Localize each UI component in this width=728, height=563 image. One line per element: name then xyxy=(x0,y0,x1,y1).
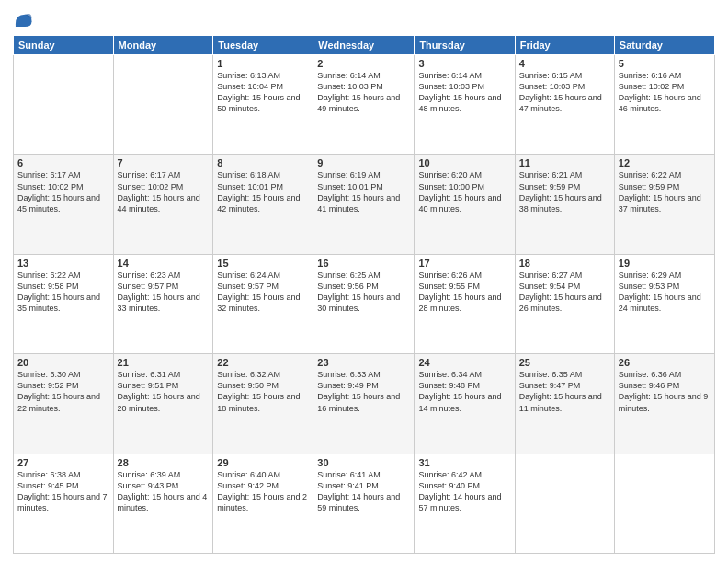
day-info: Sunrise: 6:36 AM Sunset: 9:46 PM Dayligh… xyxy=(619,369,711,414)
page: SundayMondayTuesdayWednesdayThursdayFrid… xyxy=(0,0,728,563)
day-number: 28 xyxy=(118,457,210,468)
weekday-header-wednesday: Wednesday xyxy=(313,36,415,55)
day-number: 27 xyxy=(17,457,109,468)
week-row-1: 6Sunrise: 6:17 AM Sunset: 10:02 PM Dayli… xyxy=(14,155,715,254)
day-info: Sunrise: 6:31 AM Sunset: 9:51 PM Dayligh… xyxy=(118,369,210,414)
day-number: 24 xyxy=(418,357,510,368)
calendar-cell: 1Sunrise: 6:13 AM Sunset: 10:04 PM Dayli… xyxy=(213,55,313,155)
calendar-cell: 22Sunrise: 6:32 AM Sunset: 9:50 PM Dayli… xyxy=(213,354,313,454)
calendar-cell: 8Sunrise: 6:18 AM Sunset: 10:01 PM Dayli… xyxy=(213,155,313,254)
day-number: 6 xyxy=(17,157,109,168)
day-info: Sunrise: 6:39 AM Sunset: 9:43 PM Dayligh… xyxy=(118,469,210,514)
day-number: 18 xyxy=(519,258,610,269)
calendar-cell: 6Sunrise: 6:17 AM Sunset: 10:02 PM Dayli… xyxy=(14,155,114,254)
day-info: Sunrise: 6:14 AM Sunset: 10:03 PM Daylig… xyxy=(317,70,410,115)
day-info: Sunrise: 6:23 AM Sunset: 9:57 PM Dayligh… xyxy=(118,270,210,315)
day-info: Sunrise: 6:21 AM Sunset: 9:59 PM Dayligh… xyxy=(519,169,610,214)
calendar-cell: 20Sunrise: 6:30 AM Sunset: 9:52 PM Dayli… xyxy=(14,354,114,454)
week-row-2: 13Sunrise: 6:22 AM Sunset: 9:58 PM Dayli… xyxy=(14,254,715,353)
calendar-cell: 9Sunrise: 6:19 AM Sunset: 10:01 PM Dayli… xyxy=(313,155,415,254)
weekday-header-thursday: Thursday xyxy=(415,36,515,55)
calendar-cell: 18Sunrise: 6:27 AM Sunset: 9:54 PM Dayli… xyxy=(515,254,614,353)
day-number: 21 xyxy=(118,357,210,368)
calendar-cell xyxy=(14,55,114,155)
logo-icon xyxy=(13,9,33,29)
day-number: 30 xyxy=(317,457,410,468)
day-info: Sunrise: 6:20 AM Sunset: 10:00 PM Daylig… xyxy=(418,169,510,214)
day-number: 31 xyxy=(418,457,510,468)
calendar-cell: 14Sunrise: 6:23 AM Sunset: 9:57 PM Dayli… xyxy=(113,254,213,353)
day-info: Sunrise: 6:41 AM Sunset: 9:41 PM Dayligh… xyxy=(317,469,410,514)
calendar-cell: 15Sunrise: 6:24 AM Sunset: 9:57 PM Dayli… xyxy=(213,254,313,353)
day-number: 12 xyxy=(619,157,711,168)
calendar-cell: 30Sunrise: 6:41 AM Sunset: 9:41 PM Dayli… xyxy=(313,454,415,553)
day-info: Sunrise: 6:35 AM Sunset: 9:47 PM Dayligh… xyxy=(519,369,610,414)
day-info: Sunrise: 6:33 AM Sunset: 9:49 PM Dayligh… xyxy=(317,369,410,414)
day-number: 23 xyxy=(317,357,410,368)
day-info: Sunrise: 6:34 AM Sunset: 9:48 PM Dayligh… xyxy=(418,369,510,414)
day-info: Sunrise: 6:13 AM Sunset: 10:04 PM Daylig… xyxy=(217,70,309,115)
day-info: Sunrise: 6:42 AM Sunset: 9:40 PM Dayligh… xyxy=(418,469,510,514)
calendar-cell: 23Sunrise: 6:33 AM Sunset: 9:49 PM Dayli… xyxy=(313,354,415,454)
day-info: Sunrise: 6:32 AM Sunset: 9:50 PM Dayligh… xyxy=(217,369,309,414)
weekday-header-saturday: Saturday xyxy=(614,36,714,55)
calendar-cell: 26Sunrise: 6:36 AM Sunset: 9:46 PM Dayli… xyxy=(614,354,714,454)
day-info: Sunrise: 6:22 AM Sunset: 9:58 PM Dayligh… xyxy=(17,270,109,315)
logo xyxy=(13,9,35,29)
weekday-header-tuesday: Tuesday xyxy=(213,36,313,55)
day-number: 7 xyxy=(118,157,210,168)
day-number: 4 xyxy=(519,58,610,69)
header xyxy=(13,9,715,29)
day-number: 13 xyxy=(17,258,109,269)
day-number: 20 xyxy=(17,357,109,368)
day-info: Sunrise: 6:27 AM Sunset: 9:54 PM Dayligh… xyxy=(519,270,610,315)
day-number: 5 xyxy=(619,58,711,69)
calendar-cell: 25Sunrise: 6:35 AM Sunset: 9:47 PM Dayli… xyxy=(515,354,614,454)
calendar-cell: 12Sunrise: 6:22 AM Sunset: 9:59 PM Dayli… xyxy=(614,155,714,254)
day-number: 15 xyxy=(217,258,309,269)
calendar-cell xyxy=(614,454,714,553)
calendar-cell: 10Sunrise: 6:20 AM Sunset: 10:00 PM Dayl… xyxy=(415,155,515,254)
day-info: Sunrise: 6:24 AM Sunset: 9:57 PM Dayligh… xyxy=(217,270,309,315)
calendar-cell xyxy=(113,55,213,155)
day-number: 16 xyxy=(317,258,410,269)
day-number: 8 xyxy=(217,157,309,168)
day-info: Sunrise: 6:18 AM Sunset: 10:01 PM Daylig… xyxy=(217,169,309,214)
calendar-cell xyxy=(515,454,614,553)
calendar-cell: 31Sunrise: 6:42 AM Sunset: 9:40 PM Dayli… xyxy=(415,454,515,553)
calendar-cell: 27Sunrise: 6:38 AM Sunset: 9:45 PM Dayli… xyxy=(14,454,114,553)
day-number: 3 xyxy=(418,58,510,69)
weekday-header-friday: Friday xyxy=(515,36,614,55)
calendar-cell: 16Sunrise: 6:25 AM Sunset: 9:56 PM Dayli… xyxy=(313,254,415,353)
calendar-cell: 5Sunrise: 6:16 AM Sunset: 10:02 PM Dayli… xyxy=(614,55,714,155)
week-row-3: 20Sunrise: 6:30 AM Sunset: 9:52 PM Dayli… xyxy=(14,354,715,454)
calendar-cell: 28Sunrise: 6:39 AM Sunset: 9:43 PM Dayli… xyxy=(113,454,213,553)
day-info: Sunrise: 6:15 AM Sunset: 10:03 PM Daylig… xyxy=(519,70,610,115)
calendar-cell: 24Sunrise: 6:34 AM Sunset: 9:48 PM Dayli… xyxy=(415,354,515,454)
day-info: Sunrise: 6:25 AM Sunset: 9:56 PM Dayligh… xyxy=(317,270,410,315)
day-info: Sunrise: 6:14 AM Sunset: 10:03 PM Daylig… xyxy=(418,70,510,115)
day-info: Sunrise: 6:22 AM Sunset: 9:59 PM Dayligh… xyxy=(619,169,711,214)
calendar-cell: 4Sunrise: 6:15 AM Sunset: 10:03 PM Dayli… xyxy=(515,55,614,155)
weekday-header-sunday: Sunday xyxy=(14,36,114,55)
calendar-cell: 17Sunrise: 6:26 AM Sunset: 9:55 PM Dayli… xyxy=(415,254,515,353)
day-number: 25 xyxy=(519,357,610,368)
day-number: 22 xyxy=(217,357,309,368)
day-number: 2 xyxy=(317,58,410,69)
day-info: Sunrise: 6:26 AM Sunset: 9:55 PM Dayligh… xyxy=(418,270,510,315)
calendar-cell: 13Sunrise: 6:22 AM Sunset: 9:58 PM Dayli… xyxy=(14,254,114,353)
day-number: 17 xyxy=(418,258,510,269)
day-info: Sunrise: 6:40 AM Sunset: 9:42 PM Dayligh… xyxy=(217,469,309,514)
calendar-cell: 21Sunrise: 6:31 AM Sunset: 9:51 PM Dayli… xyxy=(113,354,213,454)
day-info: Sunrise: 6:19 AM Sunset: 10:01 PM Daylig… xyxy=(317,169,410,214)
day-info: Sunrise: 6:29 AM Sunset: 9:53 PM Dayligh… xyxy=(619,270,711,315)
day-number: 14 xyxy=(118,258,210,269)
day-info: Sunrise: 6:17 AM Sunset: 10:02 PM Daylig… xyxy=(17,169,109,214)
day-number: 26 xyxy=(619,357,711,368)
day-number: 9 xyxy=(317,157,410,168)
day-info: Sunrise: 6:17 AM Sunset: 10:02 PM Daylig… xyxy=(118,169,210,214)
day-number: 19 xyxy=(619,258,711,269)
day-number: 29 xyxy=(217,457,309,468)
calendar-cell: 7Sunrise: 6:17 AM Sunset: 10:02 PM Dayli… xyxy=(113,155,213,254)
day-number: 1 xyxy=(217,58,309,69)
